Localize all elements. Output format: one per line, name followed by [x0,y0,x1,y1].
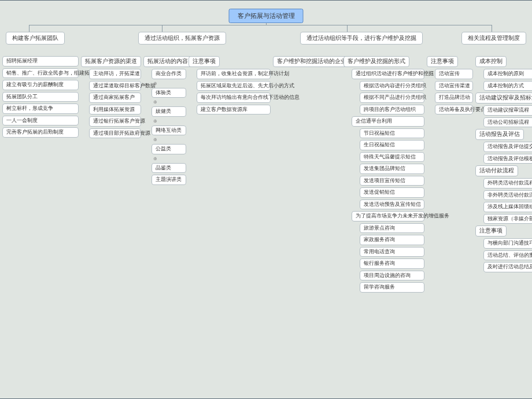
main-branch-row: 构建客户拓展团队 通过活动组织，拓展客户资源 通过活动组织等手段，进行客户维护及… [0,32,532,45]
list-item[interactable]: 利用媒体拓展资源 [89,105,141,115]
list-item[interactable]: 品鉴类 [152,163,186,173]
sub-header[interactable]: 注意事项 [427,56,458,67]
list-item[interactable]: 常用电话查询 [360,247,424,257]
sub-header[interactable]: 注意事项 [189,56,220,67]
list-item[interactable]: 打造品牌活动 [435,93,473,103]
col-channels: 拓展客户资源的渠道 主动拜访，开拓渠道 通过渠道取得目标客户数据 通过商家拓展客… [81,56,141,138]
sub-header[interactable]: 活动报告及评估 [475,129,524,140]
sub-header[interactable]: 活动付款流程 [475,165,518,176]
list-item[interactable]: 拓展团队分工 [2,92,79,102]
list-item[interactable]: 通过银行拓展客户资源 [89,116,141,127]
sub-header[interactable]: 注意事项 [475,226,507,237]
list-item[interactable]: 为了提高市场竞争力未来开发的增值服务 [352,211,424,221]
list-item[interactable]: 建立有吸引力的薪酬制度 [2,80,79,90]
list-item[interactable]: 活动宣传渠道 [435,81,473,91]
list-item[interactable]: 活动公司招标流程 [483,117,532,128]
col-notes-2: 注意事项 拜访前，收集社会资源，制定拜访计划 拓展区域采取先近后远、先大后小的方… [189,56,271,114]
list-item[interactable]: 发送集团品牌短信 [360,164,424,174]
list-item[interactable]: 商业合作类 [152,69,186,79]
list-item[interactable]: 涉及线上媒体回馈或赞助类活动付款流程 [483,202,532,212]
connector [29,25,29,32]
list-item[interactable]: 与横向部门沟通技巧 [483,238,532,249]
list-item[interactable]: 活动报告及评估提交要求 [483,142,532,152]
list-item[interactable]: 节日祝福短信 [360,128,424,139]
list-item[interactable]: 公益类 [152,144,186,154]
list-item[interactable]: 旅游景点咨询 [360,223,424,234]
sub-header[interactable]: 拓展活动的内容 [143,56,192,67]
list-item[interactable]: 通过商家拓展客户 [89,93,141,103]
sub-header[interactable]: 成本控制 [475,56,507,67]
list-item[interactable]: 生日祝福短信 [360,140,424,150]
col-activity-content: 拓展活动的内容 商业合作类 ⊕ 体验类 ⊕ 娱健类 ⊕ 网络互动类 ⊕ 公益类 … [143,56,186,185]
list-item[interactable]: 主题演讲类 [152,175,186,185]
list-item[interactable]: 项目周边设施的咨询 [360,271,424,281]
list-item[interactable]: 主动拜访，开拓渠道 [89,69,141,79]
connector [162,25,162,32]
columns: 招聘拓展经理 销售、推广、行政全民参与，组建拓展团队 建立有吸引力的薪酬制度 拓… [2,56,530,293]
connector [492,25,492,32]
list-item[interactable]: 家政服务咨询 [360,235,424,245]
list-item[interactable]: 活动筹备及执行要点 [435,105,473,115]
col-maintain-forms: 客户维护及挖掘的形式 通过组织活动进行客户维护和挖掘 根据活动内容进行分类组织 … [343,56,424,293]
sub-header[interactable]: 拓展客户资源的渠道 [81,56,141,67]
list-item[interactable]: 外聘类活动付款流程 [483,178,532,189]
root-node[interactable]: 客户拓展与活动管理 [229,9,304,23]
list-item[interactable]: 通过组织活动进行客户维护和挖掘 [352,69,424,79]
list-item[interactable]: 拓展区域采取先近后远、先大后小的方式 [197,81,271,91]
list-item[interactable]: 一人一会制度 [2,116,79,126]
sub-header[interactable]: 客户维护及挖掘的形式 [343,56,409,67]
main-node-process[interactable]: 相关流程及管理制度 [461,32,526,45]
list-item[interactable]: 体验类 [152,88,186,98]
list-item[interactable]: 银行服务咨询 [360,258,424,269]
list-item[interactable]: 完善客户拓展的后勤制度 [2,127,79,138]
list-item[interactable]: 每次拜访均输出有意向合作线下活动的信息 [197,93,271,103]
list-item[interactable]: 跨项目的客户活动组织 [360,105,424,115]
expand-icon[interactable]: ⊕ [152,81,186,86]
list-item[interactable]: 及时进行活动总结及费用报销 [483,262,532,272]
list-item[interactable]: 活动总结、评估的重要性 [483,250,532,261]
list-item[interactable]: 特殊天气温馨提示短信 [360,152,424,162]
list-item[interactable]: 娱健类 [152,106,186,117]
col-process: 成本控制 成本控制的原则 成本控制的方式 活动建议报审及招标流程 活动建议报审流… [475,56,532,272]
col-definition: 客户维护和挖掘活动的企业定义 [273,56,341,67]
list-item[interactable]: 发送促销短信 [360,187,424,198]
list-item[interactable]: 招聘拓展经理 [2,56,79,66]
list-item[interactable]: 独家资源（非媒介部执行）付款流程 [483,214,532,224]
connector [29,25,492,25]
main-node-team[interactable]: 构建客户拓展团队 [6,32,65,45]
col-notes-3: 注意事项 活动宣传 活动宣传渠道 打造品牌活动 活动筹备及执行要点 [427,56,473,114]
expand-icon[interactable]: ⊕ [152,156,186,161]
sub-header[interactable]: 活动建议报审及招标流程 [475,93,532,104]
list-item[interactable]: 建立客户数据资源库 [197,105,271,115]
list-item[interactable]: 树立标杆，形成竞争 [2,104,79,114]
list-item[interactable]: 非外聘类活动付款流程 [483,190,532,201]
list-item[interactable]: 活动报告及评估模板 [483,154,532,164]
list-item[interactable]: 发送活动预告及宣传短信 [360,200,424,210]
list-item[interactable]: 通过渠道取得目标客户数据 [89,81,141,91]
list-item[interactable]: 网络互动类 [152,125,186,136]
expand-icon[interactable]: ⊕ [152,137,186,142]
main-node-maintain[interactable]: 通过活动组织等手段，进行客户维护及挖掘 [300,32,423,45]
col-team: 招聘拓展经理 销售、推广、行政全民参与，组建拓展团队 建立有吸引力的薪酬制度 拓… [2,56,79,138]
list-item[interactable]: 销售、推广、行政全民参与，组建拓展团队 [2,68,79,79]
list-item[interactable]: 活动建议报审流程 [483,105,532,116]
list-item[interactable]: 根据不同产品进行分类组织 [360,93,424,103]
list-item[interactable]: 拜访前，收集社会资源，制定拜访计划 [197,69,271,79]
main-node-activity-expand[interactable]: 通过活动组织，拓展客户资源 [138,32,226,45]
connector [347,25,348,32]
list-item[interactable]: 成本控制的方式 [483,81,532,91]
list-item[interactable]: 根据活动内容进行分类组织 [360,81,424,91]
expand-icon[interactable]: ⊕ [152,119,186,124]
list-item[interactable]: 企信通平台利用 [352,116,424,127]
list-item[interactable]: 留学咨询服务 [360,282,424,293]
list-item[interactable]: 通过项目部开拓政府资源 [89,128,141,139]
list-item[interactable]: 活动宣传 [435,69,473,79]
list-item[interactable]: 发送项目宣传短信 [360,176,424,186]
diagram-canvas: 客户拓展与活动管理 构建客户拓展团队 通过活动组织，拓展客户资源 通过活动组织等… [0,0,532,399]
list-item[interactable]: 成本控制的原则 [483,69,532,79]
expand-icon[interactable]: ⊕ [152,99,186,105]
